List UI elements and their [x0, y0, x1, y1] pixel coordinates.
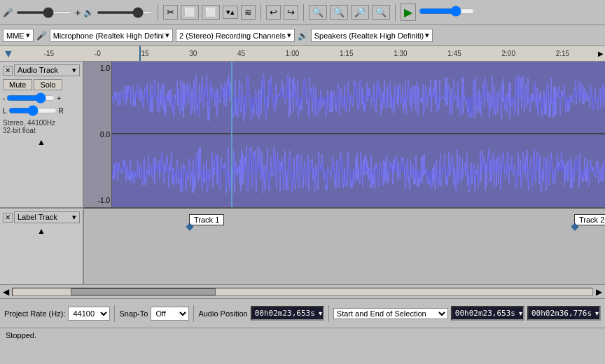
selection-start-container[interactable]: 00h02m23,653s ▾ — [451, 306, 524, 321]
copy-tool[interactable]: ⬜ — [181, 5, 199, 20]
volume-row: - + — [3, 92, 80, 104]
ruler-mark: 2:15 — [556, 50, 569, 57]
project-rate-section: Project Rate (Hz): 44100 48000 22050 — [4, 307, 110, 321]
paste-tool[interactable]: ⬜ — [202, 5, 220, 20]
project-rate-select[interactable]: 44100 48000 22050 — [68, 307, 110, 321]
audio-track-waveform[interactable]: 1.0 0.0 -1.0 — [84, 62, 605, 209]
ruler-content: -15 -0 15 30 45 1:00 1:15 1:30 1:45 2:00… — [17, 46, 597, 61]
output-volume-slider[interactable] — [97, 11, 153, 14]
horizontal-scrollbar[interactable] — [12, 288, 593, 296]
main-toolbar: 🎤 + 🔊 ✂ ⬜ ⬜ ▾▴ ≋ ↩ ↪ 🔍 🔍 🔎 🔍 ▶ — [0, 0, 605, 25]
selection-end-value: 00h02m36,776s — [529, 307, 594, 319]
play-btn[interactable]: ▶ — [401, 4, 416, 21]
undo-btn[interactable]: ↩ — [266, 5, 281, 20]
selection-end-container[interactable]: 00h02m36,776s ▾ — [527, 306, 601, 321]
ruler-mark: 1:00 — [286, 50, 299, 57]
ruler-mark: -0 — [95, 50, 101, 57]
snap-to-select[interactable]: Off Bar Beat — [151, 307, 189, 321]
zoom-fit-btn[interactable]: 🔎 — [351, 5, 369, 20]
vol-plus-icon: + — [75, 7, 81, 18]
playback-cursor — [139, 46, 141, 61]
zoom-in-btn[interactable]: 🔍 — [309, 5, 327, 20]
track-panel: ✕ Audio Track ▾ Mute Solo - + L R — [0, 62, 84, 284]
waveform-canvas-area[interactable] — [112, 62, 605, 207]
selection-section: Start and End of Selection Start and Len… — [333, 306, 601, 321]
label-track-name-btn[interactable]: Label Track ▾ — [14, 211, 80, 223]
mic-chevron: ▾ — [165, 31, 169, 40]
selection-mode-select[interactable]: Start and End of Selection Start and Len… — [333, 308, 448, 319]
channels-dropdown[interactable]: 2 (Stereo) Recording Channels ▾ — [176, 29, 295, 42]
separator3 — [303, 4, 304, 21]
separator-bottom-1 — [114, 305, 115, 322]
label-2-box[interactable]: Track 2 — [574, 214, 605, 225]
project-rate-label: Project Rate (Hz): — [4, 309, 65, 318]
bottom-controls: Project Rate (Hz): 44100 48000 22050 Sna… — [0, 298, 605, 328]
label-track-controls: ✕ Label Track ▾ ▲ — [0, 209, 83, 284]
pan-right: R — [59, 107, 64, 115]
scroll-right-btn[interactable]: ▶ — [593, 287, 605, 297]
label-track-close-btn[interactable]: ✕ — [3, 213, 13, 223]
audio-pos-chevron[interactable]: ▾ — [318, 309, 323, 317]
y-axis: 1.0 0.0 -1.0 — [84, 62, 112, 207]
sel-start-chevron[interactable]: ▾ — [518, 309, 523, 317]
cut-tool[interactable]: ✂ — [163, 5, 178, 20]
audio-position-input-container[interactable]: 00h02m23,653s ▾ — [251, 306, 324, 321]
speaker-device-dropdown[interactable]: Speakers (Realtek High Definiti) ▾ — [311, 29, 433, 42]
waveform-canvas-bottom — [112, 134, 605, 207]
audio-track-name-btn[interactable]: Audio Track ▾ — [14, 64, 80, 76]
snap-to-section: Snap-To Off Bar Beat — [119, 307, 189, 321]
track-volume-slider[interactable] — [6, 92, 55, 104]
track-pan-slider[interactable] — [8, 105, 57, 116]
driver-dropdown[interactable]: MME ▾ — [3, 29, 34, 42]
label-track-expand[interactable]: ▲ — [3, 226, 80, 236]
track-info: Stereo, 44100Hz 32-bit float — [3, 119, 80, 134]
ruler-end-arrow: ▶ — [597, 50, 605, 57]
track-info-line1: Stereo, 44100Hz — [3, 119, 80, 127]
label-1-box[interactable]: Track 1 — [189, 214, 224, 225]
ruler-mark: -15 — [44, 50, 54, 57]
audio-track-close-btn[interactable]: ✕ — [3, 66, 13, 76]
audio-track-expand[interactable]: ▲ — [3, 137, 80, 147]
scroll-left-btn[interactable]: ◀ — [0, 287, 12, 297]
label-track-1-container: Track 1 — [189, 214, 224, 225]
mute-solo-controls: Mute Solo — [3, 79, 80, 90]
ruler-mark: 1:45 — [447, 50, 461, 57]
speaker-device-icon: 🔊 — [298, 31, 308, 41]
separator — [158, 4, 158, 21]
sel-end-chevron[interactable]: ▾ — [594, 309, 599, 317]
label-track-waveform[interactable]: Track 1 Track 2 — [84, 209, 605, 284]
trim-tool[interactable]: ▾▴ — [223, 6, 238, 19]
waveform-area[interactable]: 1.0 0.0 -1.0 — [84, 62, 605, 284]
audio-playback-cursor — [231, 62, 232, 207]
scrollbar-area: ◀ ▶ — [0, 284, 605, 298]
zoom-sel-btn[interactable]: 🔍 — [372, 5, 390, 20]
vol-minus: - — [3, 94, 5, 102]
ruler-arrow-down[interactable]: ▼ — [0, 48, 17, 60]
playback-speed-slider[interactable] — [419, 6, 475, 17]
input-volume-slider[interactable] — [16, 11, 72, 14]
redo-btn[interactable]: ↪ — [284, 5, 298, 20]
ruler-marks: -15 -0 15 30 45 1:00 1:15 1:30 1:45 2:00… — [17, 50, 597, 57]
main-area: ✕ Audio Track ▾ Mute Solo - + L R — [0, 62, 605, 284]
pan-left: L — [3, 107, 7, 115]
channels-label: 2 (Stereo) Recording Channels — [179, 31, 286, 40]
status-text: Stopped. — [6, 331, 36, 340]
project-rate-dropdown[interactable]: 44100 48000 22050 — [68, 307, 110, 321]
timeline-ruler[interactable]: ▼ -15 -0 15 30 45 1:00 1:15 1:30 1:45 2:… — [0, 46, 605, 62]
track-name-chevron: ▾ — [72, 66, 76, 75]
driver-chevron: ▾ — [26, 31, 30, 40]
mic-device-dropdown[interactable]: Microphone (Realtek High Defini ▾ — [50, 29, 173, 42]
selection-start-value: 00h02m23,653s — [452, 307, 518, 319]
ruler-mark: 15 — [141, 50, 148, 57]
zoom-out-btn[interactable]: 🔍 — [330, 5, 348, 20]
mute-btn[interactable]: Mute — [3, 79, 32, 90]
mic-icon: 🎤 — [3, 8, 13, 18]
scrollbar-thumb[interactable] — [71, 288, 216, 295]
silence-tool[interactable]: ≋ — [241, 5, 256, 20]
label-track-header: ✕ Label Track ▾ — [3, 211, 80, 223]
vol-plus: + — [57, 94, 61, 102]
pan-row: L R — [3, 105, 80, 116]
ruler-mark: 45 — [237, 50, 245, 57]
solo-btn[interactable]: Solo — [34, 79, 62, 90]
label-track-chevron: ▾ — [72, 213, 76, 222]
